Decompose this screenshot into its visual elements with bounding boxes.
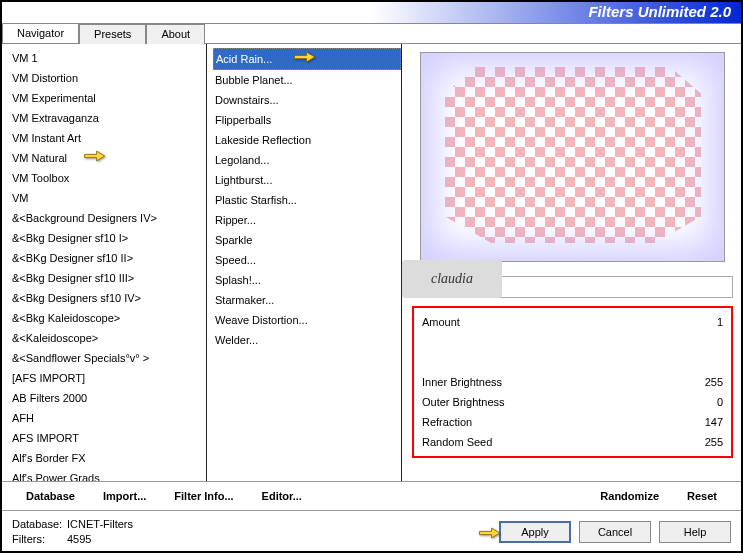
- category-item[interactable]: &<Bkg Kaleidoscope>: [10, 308, 206, 328]
- param-row[interactable]: Inner Brightness255: [418, 372, 727, 392]
- param-row[interactable]: Random Seed255: [418, 432, 727, 452]
- apply-button[interactable]: Apply: [499, 521, 571, 543]
- filter-item[interactable]: Weave Distortion...: [213, 310, 401, 330]
- param-row[interactable]: Refraction147: [418, 412, 727, 432]
- filter-item[interactable]: Flipperballs: [213, 110, 401, 130]
- filter-item[interactable]: Plastic Starfish...: [213, 190, 401, 210]
- db-value: ICNET-Filters: [67, 518, 133, 530]
- filter-item[interactable]: Speed...: [213, 250, 401, 270]
- pointing-hand-icon: [82, 146, 110, 166]
- param-value: 255: [705, 436, 723, 448]
- footer-buttons: Apply Cancel Help: [499, 517, 731, 547]
- pointing-hand-icon: [292, 47, 320, 67]
- randomize-button[interactable]: Randomize: [586, 486, 673, 506]
- filter-item[interactable]: Welder...: [213, 330, 401, 350]
- cancel-button[interactable]: Cancel: [579, 521, 651, 543]
- category-item[interactable]: [AFS IMPORT]: [10, 368, 206, 388]
- category-item[interactable]: VM Distortion: [10, 68, 206, 88]
- filter-item[interactable]: Downstairs...: [213, 90, 401, 110]
- filter-item[interactable]: Splash!...: [213, 270, 401, 290]
- filter-item[interactable]: Ripper...: [213, 210, 401, 230]
- param-row[interactable]: Outer Brightness0: [418, 392, 727, 412]
- param-label: Outer Brightness: [422, 396, 505, 408]
- editor-button[interactable]: Editor...: [248, 486, 316, 506]
- watermark: claudia: [402, 260, 502, 298]
- main-panel: VM 1VM DistortionVM ExperimentalVM Extra…: [2, 43, 741, 481]
- category-item[interactable]: VM Experimental: [10, 88, 206, 108]
- category-item[interactable]: VM 1: [10, 48, 206, 68]
- category-item[interactable]: VM Natural: [10, 148, 206, 168]
- param-value: 1: [717, 316, 723, 328]
- category-item[interactable]: VM Toolbox: [10, 168, 206, 188]
- filter-item[interactable]: Acid Rain...: [213, 48, 401, 70]
- preview-content: [445, 67, 701, 243]
- category-item[interactable]: &<Bkg Designer sf10 I>: [10, 228, 206, 248]
- category-item[interactable]: &<Sandflower Specials°v° >: [10, 348, 206, 368]
- pointing-hand-icon: [477, 523, 503, 543]
- filter-info-button[interactable]: Filter Info...: [160, 486, 247, 506]
- tab-strip: Navigator Presets About: [2, 23, 741, 43]
- footer: Database:ICNET-Filters Filters:4595 Appl…: [2, 511, 741, 551]
- filter-item[interactable]: Lakeside Reflection: [213, 130, 401, 150]
- tab-navigator[interactable]: Navigator: [2, 23, 79, 43]
- category-item[interactable]: VM: [10, 188, 206, 208]
- toolbar: Database Import... Filter Info... Editor…: [2, 481, 741, 511]
- import-button[interactable]: Import...: [89, 486, 160, 506]
- param-label: Amount: [422, 316, 460, 328]
- param-spacer: [418, 332, 727, 352]
- filters-label: Filters:: [12, 532, 67, 547]
- category-item[interactable]: AFS IMPORT: [10, 428, 206, 448]
- reset-button[interactable]: Reset: [673, 486, 731, 506]
- category-list[interactable]: VM 1VM DistortionVM ExperimentalVM Extra…: [2, 44, 207, 481]
- footer-info: Database:ICNET-Filters Filters:4595: [12, 517, 133, 547]
- category-item[interactable]: &<Bkg Designers sf10 IV>: [10, 288, 206, 308]
- db-label: Database:: [12, 517, 67, 532]
- param-label: Inner Brightness: [422, 376, 502, 388]
- param-label: Random Seed: [422, 436, 492, 448]
- parameter-block: Amount1Inner Brightness255Outer Brightne…: [412, 306, 733, 458]
- tab-presets[interactable]: Presets: [79, 24, 146, 44]
- category-item[interactable]: &<BKg Designer sf10 II>: [10, 248, 206, 268]
- category-item[interactable]: Alf's Power Grads: [10, 468, 206, 481]
- title-bar: Filters Unlimited 2.0: [2, 2, 741, 24]
- category-item[interactable]: AFH: [10, 408, 206, 428]
- filter-item[interactable]: Lightburst...: [213, 170, 401, 190]
- param-value: 147: [705, 416, 723, 428]
- param-label: Refraction: [422, 416, 472, 428]
- category-item[interactable]: VM Instant Art: [10, 128, 206, 148]
- category-item[interactable]: &<Bkg Designer sf10 III>: [10, 268, 206, 288]
- filters-count: 4595: [67, 533, 91, 545]
- category-item[interactable]: &<Background Designers IV>: [10, 208, 206, 228]
- param-spacer: [418, 352, 727, 372]
- param-value: 0: [717, 396, 723, 408]
- filter-list[interactable]: Acid Rain...Bubble Planet...Downstairs..…: [207, 44, 402, 481]
- category-item[interactable]: VM Extravaganza: [10, 108, 206, 128]
- category-item[interactable]: Alf's Border FX: [10, 448, 206, 468]
- category-item[interactable]: AB Filters 2000: [10, 388, 206, 408]
- tab-about[interactable]: About: [146, 24, 205, 44]
- param-row[interactable]: Amount1: [418, 312, 727, 332]
- param-value: 255: [705, 376, 723, 388]
- preview-image: [420, 52, 725, 262]
- category-item[interactable]: &<Kaleidoscope>: [10, 328, 206, 348]
- help-button[interactable]: Help: [659, 521, 731, 543]
- filter-item[interactable]: Starmaker...: [213, 290, 401, 310]
- filter-item[interactable]: Bubble Planet...: [213, 70, 401, 90]
- filter-item[interactable]: Sparkle: [213, 230, 401, 250]
- database-button[interactable]: Database: [12, 486, 89, 506]
- filter-item[interactable]: Legoland...: [213, 150, 401, 170]
- app-title: Filters Unlimited 2.0: [588, 3, 731, 20]
